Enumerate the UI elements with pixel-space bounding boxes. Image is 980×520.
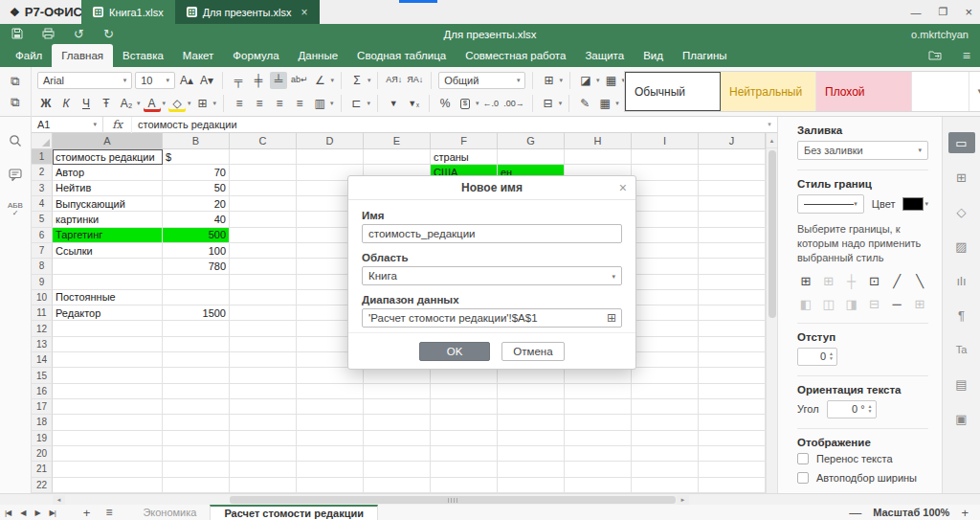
menu-item-layout[interactable]: Макет xyxy=(173,44,224,67)
grid-cell-I20[interactable] xyxy=(632,446,699,462)
increase-font-icon[interactable]: A▴ xyxy=(178,72,195,89)
restore-icon[interactable]: ❐ xyxy=(939,6,948,18)
filter-icon[interactable]: ▼ xyxy=(385,95,402,112)
grid-cell-H19[interactable] xyxy=(565,431,632,446)
grid-cell-H22[interactable] xyxy=(565,478,632,493)
row-header-17[interactable]: 17 xyxy=(32,399,53,415)
justify-icon[interactable]: ≡ xyxy=(291,95,308,112)
scroll-up-icon[interactable]: ▲ xyxy=(767,133,777,148)
grid-cell-C14[interactable] xyxy=(230,352,297,368)
grid-cell-C3[interactable] xyxy=(230,181,297,196)
column-header-C[interactable]: C xyxy=(230,133,297,149)
grid-cell-A8[interactable] xyxy=(53,259,163,274)
grid-cell-D16[interactable] xyxy=(297,384,364,399)
grid-cell-J21[interactable] xyxy=(699,462,766,477)
zoom-out-icon[interactable]: — xyxy=(849,506,861,520)
grid-cell-I18[interactable] xyxy=(632,415,699,430)
grid-cell-F20[interactable] xyxy=(431,446,498,462)
grid-cell-J10[interactable] xyxy=(699,290,766,305)
grid-cell-G1[interactable] xyxy=(498,149,565,165)
grid-cell-I5[interactable] xyxy=(632,212,699,227)
grid-cell-I9[interactable] xyxy=(632,275,699,290)
grid-cell-B1[interactable]: $ xyxy=(163,149,230,165)
cell-style-chip[interactable] xyxy=(912,72,969,111)
copy-style-icon[interactable]: ✎ xyxy=(576,95,593,112)
horizontal-scrollbar[interactable]: ◄ ► xyxy=(0,493,980,505)
grid-cell-J13[interactable] xyxy=(699,337,766,352)
paste-icon[interactable]: ⧉ xyxy=(11,74,19,89)
table-settings-icon[interactable]: ⊞ xyxy=(948,167,975,188)
clear-icon[interactable]: ◪ xyxy=(577,72,594,89)
collapse-formula-bar-icon[interactable]: ▾ xyxy=(762,121,777,128)
insert-function-icon[interactable]: fx xyxy=(103,117,132,133)
font-color-icon[interactable]: A xyxy=(144,95,161,112)
grid-cell-G19[interactable] xyxy=(498,431,565,446)
column-header-A[interactable]: A xyxy=(53,133,163,149)
angle-stepper[interactable]: 0 ° ▲▼ xyxy=(827,400,877,418)
currency-style-icon[interactable]: $ xyxy=(457,95,474,112)
sheet-tab-active[interactable]: Расчет стомости редакции xyxy=(210,505,378,520)
grid-cell-D1[interactable] xyxy=(297,149,364,165)
vertical-inner-border-icon[interactable]: ◫ xyxy=(820,296,837,313)
column-header-H[interactable]: H xyxy=(565,133,632,149)
grid-cell-I16[interactable] xyxy=(632,384,699,399)
grid-cell-D15[interactable] xyxy=(297,368,364,383)
grid-cell-B16[interactable] xyxy=(163,384,230,399)
grid-cell-I22[interactable] xyxy=(632,478,699,493)
grid-cell-B7[interactable]: 100 xyxy=(163,243,230,259)
increase-decimal-icon[interactable]: .00→ xyxy=(502,95,525,112)
redo-icon[interactable]: ↻ xyxy=(103,28,114,40)
grid-cell-B17[interactable] xyxy=(163,399,230,415)
vertical-scroll-thumb[interactable] xyxy=(768,150,776,318)
all-borders-icon[interactable]: ⊞ xyxy=(797,273,814,290)
grid-cell-A17[interactable] xyxy=(53,399,163,415)
grid-cell-J12[interactable] xyxy=(699,321,766,336)
merge-cells-icon[interactable]: ▥ xyxy=(311,95,328,112)
grid-cell-I14[interactable] xyxy=(632,352,699,368)
grid-cell-F15[interactable] xyxy=(431,368,498,383)
chart-settings-icon[interactable]: ılı xyxy=(948,270,975,291)
copy-icon[interactable]: ⧉ xyxy=(11,95,19,110)
grid-cell-B5[interactable]: 40 xyxy=(163,212,230,227)
align-center-icon[interactable]: ≡ xyxy=(251,95,268,112)
cancel-button[interactable]: Отмена xyxy=(501,342,565,361)
last-sheet-icon[interactable]: ▶| xyxy=(45,509,60,517)
subscript-icon[interactable]: A₂ xyxy=(118,95,135,112)
grid-cell-C22[interactable] xyxy=(230,478,297,493)
grid-cell-B9[interactable] xyxy=(163,275,230,290)
menu-item-insert[interactable]: Вставка xyxy=(113,44,173,67)
menu-item-formula[interactable]: Формула xyxy=(223,44,288,67)
sort-desc-icon[interactable]: ЯА↓ xyxy=(406,72,424,89)
grid-cell-E22[interactable] xyxy=(364,478,431,493)
grid-cell-A16[interactable] xyxy=(53,384,163,399)
grid-cell-E19[interactable] xyxy=(364,431,431,446)
row-header-19[interactable]: 19 xyxy=(32,431,53,446)
name-box[interactable]: A1 ▾ xyxy=(32,117,103,133)
horizontal-scroll-thumb[interactable] xyxy=(230,496,676,504)
decrease-decimal-icon[interactable]: ←.0 xyxy=(482,95,501,112)
grid-cell-J18[interactable] xyxy=(699,415,766,430)
grid-cell-A18[interactable] xyxy=(53,415,163,430)
grid-cell-C11[interactable] xyxy=(230,305,297,321)
diagonal-up-border-icon[interactable]: ╱ xyxy=(888,273,905,290)
indent-stepper[interactable]: 0 ▲▼ xyxy=(797,348,837,366)
shape-settings-icon[interactable]: ◇ xyxy=(948,201,975,222)
border-line-style-select[interactable]: ▾ xyxy=(797,194,864,214)
row-header-5[interactable]: 5 xyxy=(32,212,53,227)
grid-cell-A11[interactable]: Редактор xyxy=(53,305,163,321)
image-settings-icon[interactable]: ▨ xyxy=(948,236,975,257)
grid-cell-I6[interactable] xyxy=(632,228,699,243)
column-header-I[interactable]: I xyxy=(632,133,699,149)
horizontal-inner-border-icon[interactable]: ─ xyxy=(888,296,905,313)
grid-cell-J3[interactable] xyxy=(699,181,766,196)
row-header-8[interactable]: 8 xyxy=(32,259,53,274)
grid-cell-I3[interactable] xyxy=(632,181,699,196)
grid-cell-J22[interactable] xyxy=(699,478,766,493)
row-header-4[interactable]: 4 xyxy=(32,196,53,212)
align-left-icon[interactable]: ≡ xyxy=(231,95,248,112)
align-top-icon[interactable]: ╤ xyxy=(230,72,247,89)
grid-cell-C2[interactable] xyxy=(230,165,297,180)
table-template-icon[interactable]: ▦ xyxy=(596,95,613,112)
named-range-icon[interactable]: ⊏ xyxy=(348,95,366,112)
fill-select[interactable]: Без заливки ▾ xyxy=(797,141,928,160)
